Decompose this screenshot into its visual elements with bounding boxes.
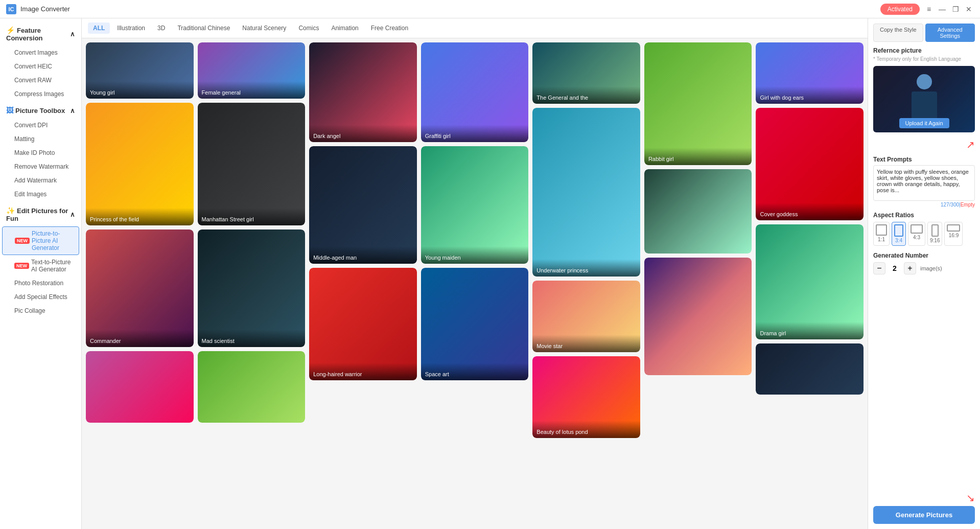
- gallery-card-graffiti-girl[interactable]: Graffiti girl: [421, 42, 529, 142]
- sidebar-item-picture-to-picture[interactable]: NEW Picture-to-Picture AI Generator: [2, 226, 79, 255]
- gallery-col-2: Female general Manhattan Street girl Mad…: [198, 42, 306, 525]
- gallery-card-label: Drama girl: [756, 322, 864, 339]
- sidebar-item-remove-watermark[interactable]: Remove Watermark: [2, 160, 79, 173]
- empty-link[interactable]: Empty: [961, 202, 975, 208]
- sidebar-item-convert-heic[interactable]: Convert HEIC: [2, 60, 79, 73]
- content-area: ALL Illustration 3D Traditional Chinese …: [82, 18, 868, 529]
- aspect-ratio-4-3[interactable]: 4:3: [908, 222, 925, 246]
- gallery-card-space-art[interactable]: Space art: [421, 268, 529, 380]
- decrement-button[interactable]: −: [873, 262, 885, 274]
- text-prompts-input[interactable]: Yellow top with puffy sleeves, orange sk…: [873, 165, 975, 201]
- menu-button[interactable]: ≡: [924, 4, 934, 14]
- gallery-card-drama-girl[interactable]: Drama girl: [756, 224, 864, 339]
- sidebar-item-make-id-photo[interactable]: Make ID Photo: [2, 146, 79, 159]
- minimize-button[interactable]: —: [937, 4, 947, 14]
- gallery-card-col1-4[interactable]: [86, 351, 194, 423]
- gallery-card-label: Princess of the field: [86, 208, 194, 225]
- generated-number-title: Generated Number: [873, 252, 975, 259]
- app-logo: IC: [6, 4, 16, 14]
- sidebar-item-edit-images[interactable]: Edit Images: [2, 188, 79, 201]
- generate-pictures-button[interactable]: Generate Pictures: [873, 506, 975, 524]
- app-title: Image Converter: [20, 5, 70, 13]
- gallery-card-long-haired-warrior[interactable]: Long-haired warrior: [309, 268, 417, 380]
- aspect-ratios: 1:1 3:4 4:3 9:16 16:9: [873, 222, 975, 246]
- filter-tab-3d[interactable]: 3D: [152, 22, 170, 34]
- gallery-card-label: Manhattan Street girl: [198, 208, 306, 225]
- sidebar-section-edit-pictures-for-fun: ✨Edit Pictures for Fun ∧ NEW Picture-to-…: [0, 203, 81, 317]
- increment-button[interactable]: +: [904, 262, 916, 274]
- current-char-count: 127: [941, 202, 949, 208]
- activated-button[interactable]: Activated: [880, 4, 920, 15]
- gallery-col-6: Rabbit girl: [644, 42, 752, 525]
- sidebar-item-compress-images[interactable]: Compress Images: [2, 87, 79, 101]
- filter-tab-all[interactable]: ALL: [88, 22, 110, 34]
- sidebar-item-photo-restoration[interactable]: Photo Restoration: [2, 277, 79, 290]
- gallery-card-label: Long-haired warrior: [309, 363, 417, 380]
- aspect-ratio-label-16-9: 16:9: [949, 233, 959, 238]
- filter-tab-free-creation[interactable]: Free Creation: [366, 22, 413, 34]
- gallery-card-dark-angel[interactable]: Dark angel: [309, 42, 417, 142]
- gallery-card-underwater-princess[interactable]: Underwater princess: [532, 108, 640, 277]
- gallery-card-female-general[interactable]: Female general: [198, 42, 306, 99]
- aspect-ratio-label-3-4: 3:4: [895, 238, 902, 243]
- filter-tab-comics[interactable]: Comics: [293, 22, 324, 34]
- sidebar-item-convert-dpi[interactable]: Convert DPI: [2, 119, 79, 132]
- sidebar-section-picture-toolbox: 🖼Picture Toolbox ∧ Convert DPI Matting M…: [0, 103, 81, 201]
- aspect-ratio-9-16[interactable]: 9:16: [927, 222, 942, 246]
- gallery-card-label: Commander: [86, 330, 194, 347]
- gallery-card-mad-scientist[interactable]: Mad scientist: [198, 229, 306, 347]
- gallery-card-the-general[interactable]: The General and the: [532, 42, 640, 104]
- filter-tab-illustration[interactable]: Illustration: [112, 22, 150, 34]
- gallery-card-beauty-lotus[interactable]: Beauty of lotus pond: [532, 356, 640, 438]
- generated-number-row: − 2 + image(s): [873, 262, 975, 274]
- picture-to-picture-label: Picture-to-Picture AI Generator: [32, 230, 73, 251]
- sidebar-item-convert-images[interactable]: Convert Images: [2, 46, 79, 59]
- gallery-card-princess-field[interactable]: Princess of the field: [86, 103, 194, 225]
- gallery-card-col2-4[interactable]: [198, 351, 306, 423]
- gallery-card-cover-goddess[interactable]: Cover goddess: [756, 108, 864, 220]
- tab-copy-style[interactable]: Copy the Style: [873, 24, 923, 42]
- gallery-card-col7-4[interactable]: [756, 343, 864, 395]
- aspect-ratio-3-4[interactable]: 3:4: [892, 222, 906, 246]
- sidebar-item-add-special-effects[interactable]: Add Special Effects: [2, 290, 79, 304]
- gallery-card-col6-3[interactable]: [644, 258, 752, 375]
- gallery-card-middle-aged-man[interactable]: Middle-aged man: [309, 146, 417, 264]
- gallery-card-young-maiden[interactable]: Young maiden: [421, 146, 529, 264]
- maximize-button[interactable]: ❐: [950, 4, 961, 14]
- filter-tabs: ALL Illustration 3D Traditional Chinese …: [82, 18, 868, 38]
- aspect-ratio-1-1[interactable]: 1:1: [873, 222, 890, 246]
- filter-tab-animation[interactable]: Animation: [326, 22, 363, 34]
- gallery-card-rabbit-girl[interactable]: Rabbit girl: [644, 42, 752, 165]
- sidebar-item-convert-raw[interactable]: Convert RAW: [2, 74, 79, 87]
- sidebar-item-matting[interactable]: Matting: [2, 132, 79, 146]
- aspect-ratio-16-9[interactable]: 16:9: [944, 222, 963, 246]
- aspect-ratio-label-1-1: 1:1: [878, 237, 885, 242]
- gallery-card-commander[interactable]: Commander: [86, 229, 194, 347]
- sidebar-item-pic-collage[interactable]: Pic Collage: [2, 304, 79, 317]
- gallery-card-girl-dog-ears[interactable]: Girl with dog ears: [756, 42, 864, 104]
- sidebar-section-feature-conversion: ⚡Feature Conversion ∧ Convert Images Con…: [0, 22, 81, 101]
- filter-tab-natural-scenery[interactable]: Natural Scenery: [237, 22, 291, 34]
- title-bar-right: Activated ≡ — ❐ ✕: [880, 4, 974, 15]
- gallery-card-movie-star[interactable]: Movie star: [532, 281, 640, 352]
- close-button[interactable]: ✕: [964, 4, 974, 14]
- gallery-col-7: Girl with dog ears Cover goddess Drama g…: [756, 42, 864, 525]
- gallery-card-label: Middle-aged man: [309, 246, 417, 264]
- title-bar-left: IC Image Converter: [6, 4, 70, 14]
- upload-again-button[interactable]: Upload it Again: [899, 118, 949, 128]
- gallery-card-manhattan-street-girl[interactable]: Manhattan Street girl: [198, 103, 306, 225]
- gallery-card-young-girl[interactable]: Young girl: [86, 42, 194, 99]
- filter-tab-traditional-chinese[interactable]: Traditional Chinese: [172, 22, 235, 34]
- gallery-card-label: Female general: [198, 81, 306, 99]
- gallery-card-label: Girl with dog ears: [756, 86, 864, 104]
- sidebar-item-text-to-picture[interactable]: NEW Text-to-Picture AI Generator: [2, 256, 79, 276]
- sidebar-section-header-edit-pictures[interactable]: ✨Edit Pictures for Fun ∧: [0, 203, 81, 226]
- sidebar-section-header-feature-conversion[interactable]: ⚡Feature Conversion ∧: [0, 22, 81, 45]
- gallery-card-col6-2[interactable]: [644, 169, 752, 254]
- gallery-card-label: Rabbit girl: [644, 148, 752, 165]
- text-prompts-title: Text Prompts: [873, 156, 975, 163]
- sidebar-item-add-watermark[interactable]: Add Watermark: [2, 174, 79, 187]
- sidebar-section-label-picture-toolbox: Picture Toolbox: [15, 107, 65, 114]
- tab-advanced-settings[interactable]: Advanced Settings: [925, 24, 975, 42]
- sidebar-section-header-picture-toolbox[interactable]: 🖼Picture Toolbox ∧: [0, 103, 81, 118]
